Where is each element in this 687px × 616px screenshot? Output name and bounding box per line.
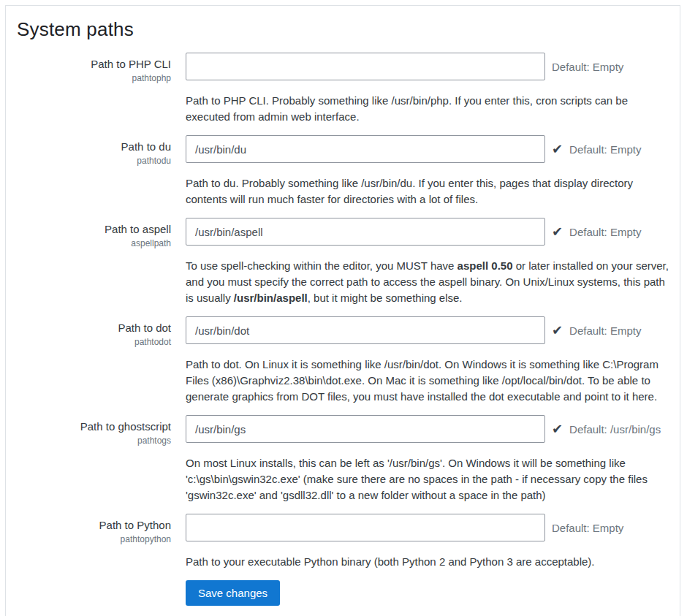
settings-form: Path to PHP CLI pathtophp Default: Empty… [17,53,669,606]
description-segment: On most Linux installs, this can be left… [186,457,648,501]
submit-row: Save changes [17,580,669,606]
setting-description: To use spell-checking within the editor,… [186,258,674,306]
setting-row: Path to du pathtodu ✔ Default: Empty Pat… [17,135,669,208]
path-input-pathtogs[interactable] [186,415,545,443]
description-segment: Path to dot. On Linux it is something li… [186,358,658,403]
setting-description: Path to PHP CLI. Probably something like… [186,93,674,125]
setting-shortname: pathtogs [17,436,171,446]
description-segment: To use spell-checking within the editor,… [186,259,458,272]
description-segment: , but it might be something else. [308,292,463,304]
path-input-pathtophp[interactable] [186,53,545,80]
check-icon: ✔ [552,142,563,156]
setting-label: Path to Python [17,519,171,532]
setting-description: Path to du. Probably something like /usr… [186,175,674,208]
path-input-pathtodot[interactable] [186,316,545,344]
system-paths-page: System paths Path to PHP CLI pathtophp D… [0,0,687,616]
setting-row: Path to dot pathtodot ✔ Default: Empty P… [17,316,669,405]
setting-row: Path to ghostscript pathtogs ✔ Default: … [17,415,669,503]
save-changes-button[interactable]: Save changes [186,580,280,606]
description-segment: Path to PHP CLI. Probably something like… [186,94,628,123]
setting-label: Path to aspell [17,223,171,236]
default-value-label: Default: Empty [569,226,641,238]
setting-label: Path to PHP CLI [17,58,171,71]
settings-rows: Path to PHP CLI pathtophp Default: Empty… [17,53,669,570]
setting-description: Path to your executable Python binary (b… [186,554,674,570]
setting-shortname: pathtopython [17,534,171,544]
default-value-label: Default: /usr/bin/gs [569,423,661,436]
setting-row: Path to Python pathtopython Default: Emp… [17,514,669,570]
check-icon: ✔ [552,422,563,436]
default-value-label: Default: Empty [552,522,623,534]
check-icon: ✔ [552,225,563,238]
setting-shortname: aspellpath [17,238,171,248]
setting-shortname: pathtophp [17,73,171,83]
check-icon: ✔ [552,324,563,337]
setting-label: Path to du [17,140,171,153]
description-segment: Path to du. Probably something like /usr… [186,177,633,205]
submit-row-spacer [17,580,171,606]
setting-row: Path to PHP CLI pathtophp Default: Empty… [17,53,669,125]
setting-label: Path to dot [17,322,171,335]
description-segment: Path to your executable Python binary (b… [186,555,595,568]
setting-shortname: pathtodot [17,337,171,347]
default-value-label: Default: Empty [552,61,623,73]
setting-shortname: pathtodu [17,156,171,166]
default-value-label: Default: Empty [569,324,641,337]
description-bold-segment: /usr/bin/aspell [234,292,308,304]
setting-label: Path to ghostscript [17,420,171,433]
path-input-aspellpath[interactable] [186,218,545,246]
setting-description: Path to dot. On Linux it is something li… [186,357,674,405]
setting-row: Path to aspell aspellpath ✔ Default: Emp… [17,218,669,306]
description-bold-segment: aspell 0.50 [458,259,513,272]
page-title: System paths [17,18,669,41]
default-value-label: Default: Empty [569,143,641,156]
settings-card: System paths Path to PHP CLI pathtophp D… [5,5,680,616]
path-input-pathtodu[interactable] [186,135,545,163]
setting-description: On most Linux installs, this can be left… [186,455,674,503]
path-input-pathtopython[interactable] [186,514,545,541]
